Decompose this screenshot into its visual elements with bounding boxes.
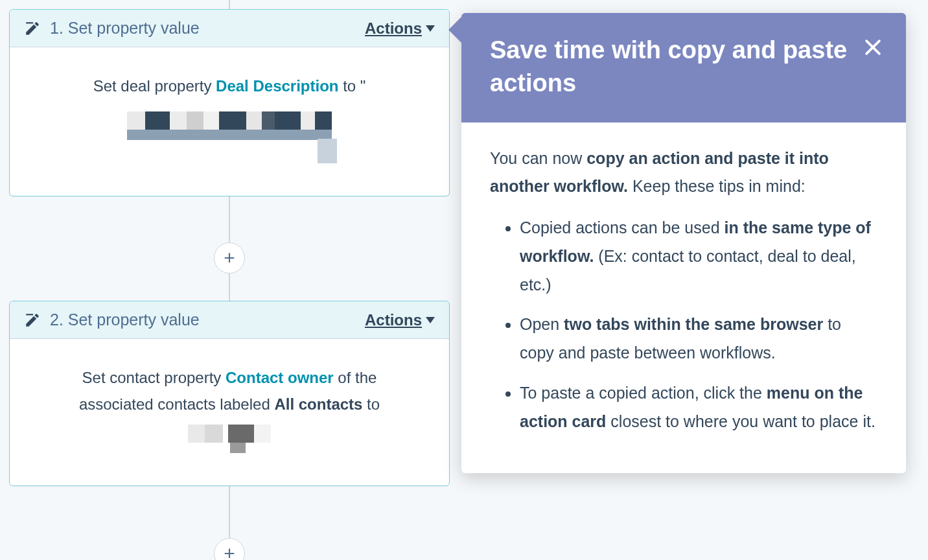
card-header-left: 2. Set property value [24,310,200,329]
actions-label: Actions [365,19,422,38]
redacted-value-tail [36,140,423,163]
line2-suffix: to [362,395,380,413]
line2-prefix: associated contacts labeled [79,395,275,413]
plus-icon: + [224,542,235,560]
property-name: Deal Description [216,77,338,95]
card-body-text: Set deal property Deal Description to " [36,73,423,100]
intro-suffix: Keep these tips in mind: [628,177,806,195]
card-header-left: 1. Set property value [24,19,200,38]
body-suffix: to " [338,77,365,95]
workflow-action-card-2[interactable]: 2. Set property value Actions Set contac… [9,301,450,486]
redacted-value-row [36,111,423,130]
popover-arrow-icon [448,17,461,43]
card-header: 2. Set property value Actions [10,301,449,339]
plus-icon: + [224,247,235,269]
close-button[interactable] [862,36,884,58]
edit-icon [24,20,41,37]
popover-intro: You can now copy an action and paste it … [490,145,877,202]
property-name: Contact owner [226,369,334,386]
actions-label: Actions [365,311,422,329]
popover-header: Save time with copy and paste actions [461,13,906,122]
popover-bullet: Open two tabs within the same browser to… [520,310,877,368]
popover-title: Save time with copy and paste actions [490,34,854,100]
intro-prefix: You can now [490,149,586,167]
popover-bullet: Copied actions can be used in the same t… [520,214,877,299]
label-name: All contacts [274,395,362,413]
copy-paste-tips-popover: Save time with copy and paste actions Yo… [461,13,906,473]
card-header: 1. Set property value Actions [10,10,449,47]
line1-prefix: Set contact property [82,369,226,386]
close-icon [862,36,884,58]
add-action-button[interactable]: + [214,538,245,560]
add-action-button[interactable]: + [214,242,245,274]
bullet-pre: Open [520,315,564,333]
card-body-line2: associated contacts labeled All contacts… [36,391,423,418]
card-body-line1: Set contact property Contact owner of th… [36,365,423,391]
popover-bullet: To paste a copied action, click the menu… [520,379,877,436]
edit-icon [24,312,41,329]
redacted-value-row-2 [36,443,423,453]
chevron-down-icon [426,317,435,323]
redacted-value-row [36,425,423,443]
bullet-pre: To paste a copied action, click the [520,384,767,402]
bullet-bold: two tabs within the same browser [564,315,823,333]
chevron-down-icon [426,25,435,32]
card-body: Set deal property Deal Description to " [10,47,449,196]
popover-body: You can now copy an action and paste it … [461,122,906,474]
actions-menu-button[interactable]: Actions [365,19,435,38]
bullet-pre: Copied actions can be used [520,218,725,237]
line1-suffix: of the [334,369,377,386]
bullet-post: closest to where you want to place it. [606,412,876,430]
body-prefix: Set deal property [93,77,216,95]
redacted-value-bar [36,130,423,140]
card-title: 1. Set property value [50,19,200,38]
card-body: Set contact property Contact owner of th… [10,339,449,485]
card-title: 2. Set property value [50,310,200,329]
actions-menu-button[interactable]: Actions [365,311,435,329]
workflow-action-card-1[interactable]: 1. Set property value Actions Set deal p… [9,9,450,196]
popover-bullets: Copied actions can be used in the same t… [490,214,877,436]
